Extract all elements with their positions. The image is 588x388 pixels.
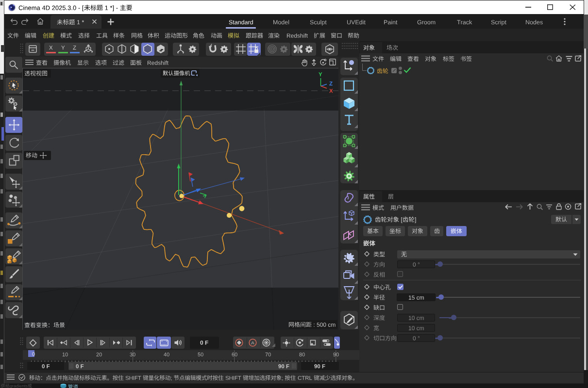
- svg-text:A: A: [251, 340, 254, 345]
